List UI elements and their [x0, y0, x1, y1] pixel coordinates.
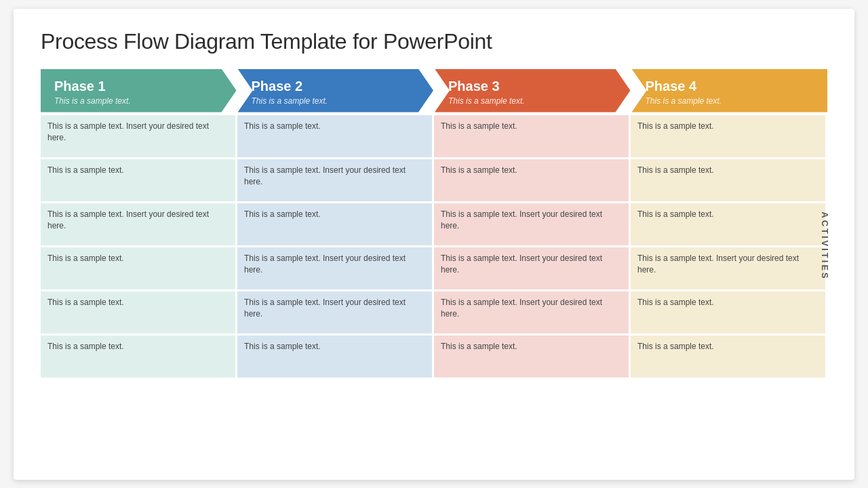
grid-cell-0-0: This is a sample text. Insert your desir…: [41, 115, 235, 157]
phase-label-phase1: Phase 1: [54, 79, 223, 94]
grid-cell-3-5: This is a sample text.: [631, 336, 825, 378]
grid-cell-2-3: This is a sample text. Insert your desir…: [434, 247, 629, 289]
phase-label-phase2: Phase 2: [252, 79, 420, 94]
grid-cell-1-3: This is a sample text. Insert your desir…: [237, 247, 432, 289]
grid-cell-3-3: This is a sample text. Insert your desir…: [631, 247, 825, 289]
chevron-phase1: Phase 1This is a sample text.: [41, 69, 237, 113]
activities-label: ACTIVITIES: [821, 211, 831, 281]
grid-cell-2-1: This is a sample text.: [434, 159, 629, 201]
grid-cell-2-2: This is a sample text. Insert your desir…: [434, 203, 629, 245]
grid-cell-0-4: This is a sample text.: [41, 291, 235, 333]
grid-cell-0-1: This is a sample text.: [41, 159, 235, 201]
phase-label-phase4: Phase 4: [646, 79, 814, 94]
grid-container: This is a sample text. Insert your desir…: [41, 115, 827, 378]
grid-cell-3-0: This is a sample text.: [631, 115, 825, 157]
grid-cell-1-0: This is a sample text.: [237, 115, 432, 157]
grid-col-3: This is a sample text.This is a sample t…: [631, 115, 825, 378]
chevron-phase2: Phase 2This is a sample text.: [238, 69, 434, 113]
chevron-body-phase1: Phase 1This is a sample text.: [41, 69, 237, 113]
grid-cell-0-3: This is a sample text.: [41, 247, 235, 289]
grid-cell-0-2: This is a sample text. Insert your desir…: [41, 203, 235, 245]
phase-sub-phase1: This is a sample text.: [54, 96, 223, 106]
grid-cell-1-1: This is a sample text. Insert your desir…: [237, 159, 432, 201]
grid-cell-1-4: This is a sample text. Insert your desir…: [237, 291, 432, 333]
grid-cell-0-5: This is a sample text.: [41, 336, 235, 378]
grid-cell-3-4: This is a sample text.: [631, 291, 825, 333]
phase-sub-phase2: This is a sample text.: [252, 96, 420, 106]
phase-label-phase3: Phase 3: [448, 79, 617, 94]
phase-sub-phase3: This is a sample text.: [448, 96, 617, 106]
grid-cell-2-4: This is a sample text. Insert your desir…: [434, 291, 629, 333]
grid-cell-3-1: This is a sample text.: [631, 159, 825, 201]
grid-cell-2-0: This is a sample text.: [434, 115, 629, 157]
chevron-body-phase2: Phase 2This is a sample text.: [238, 69, 434, 113]
grid-cell-2-5: This is a sample text.: [434, 336, 629, 378]
chevron-row: Phase 1This is a sample text.Phase 2This…: [41, 69, 827, 113]
chevron-phase3: Phase 3This is a sample text.: [435, 69, 631, 113]
slide: Process Flow Diagram Template for PowerP…: [14, 9, 854, 480]
grid-col-2: This is a sample text.This is a sample t…: [434, 115, 629, 378]
chevron-phase4: Phase 4This is a sample text.: [632, 69, 828, 113]
chevron-body-phase3: Phase 3This is a sample text.: [435, 69, 631, 113]
phase-sub-phase4: This is a sample text.: [646, 96, 814, 106]
grid-cell-1-2: This is a sample text.: [237, 203, 432, 245]
grid-col-1: This is a sample text.This is a sample t…: [237, 115, 432, 378]
grid-col-0: This is a sample text. Insert your desir…: [41, 115, 235, 378]
chevron-body-phase4: Phase 4This is a sample text.: [632, 69, 828, 113]
page-title: Process Flow Diagram Template for PowerP…: [41, 29, 827, 54]
grid-cell-1-5: This is a sample text.: [237, 336, 432, 378]
grid-cell-3-2: This is a sample text.: [631, 203, 825, 245]
